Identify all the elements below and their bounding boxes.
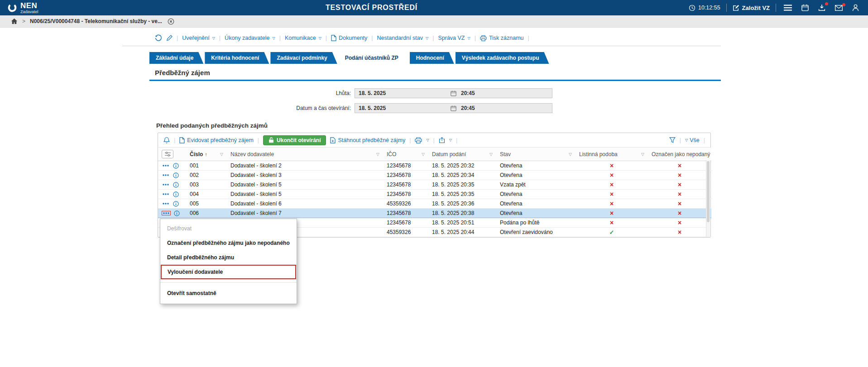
lhuta-time-value[interactable]: 20:45 xyxy=(457,90,552,96)
chevron-down-icon[interactable]: ▽ xyxy=(449,138,452,142)
tab[interactable]: Hodnocení xyxy=(410,52,454,64)
tab[interactable]: Zadávací podmínky xyxy=(270,52,337,64)
column-filter-icon[interactable]: ▽ xyxy=(220,152,223,157)
cell-listinna: × xyxy=(575,190,648,199)
column-filter-icon[interactable]: ▽ xyxy=(422,152,425,157)
tab[interactable]: Základní údaje xyxy=(149,52,203,64)
chevron-down-icon[interactable]: ▽ xyxy=(426,138,429,142)
info-icon[interactable] xyxy=(173,201,179,207)
column-filter-icon[interactable]: ▽ xyxy=(376,152,379,157)
cell-datum: 18. 5. 2025 20:38 xyxy=(428,209,496,218)
info-icon[interactable] xyxy=(173,163,179,169)
evidovat-zajem-button[interactable]: Evidovat předběžný zájem xyxy=(179,137,254,143)
cell-listinna: × xyxy=(575,199,648,209)
close-tab-icon[interactable] xyxy=(168,18,174,25)
table-row[interactable]: 003Dodavatel - školení 51234567818. 5. 2… xyxy=(158,180,711,190)
row-actions-icon[interactable] xyxy=(162,192,170,196)
action-bar-item[interactable]: Tisk záznamu xyxy=(480,35,524,41)
action-bar-item[interactable]: Nestandardní stav▽ xyxy=(377,35,429,41)
context-menu-item[interactable]: Otevřít samostatně xyxy=(160,286,297,300)
cell-stav: Otevřena xyxy=(496,209,575,218)
otevirani-time-value[interactable]: 20:45 xyxy=(457,105,552,111)
action-bar-item[interactable]: Uveřejnění▽ xyxy=(182,35,215,41)
column-filter-icon[interactable]: ▽ xyxy=(641,152,644,157)
cell-stav: Otevřena xyxy=(496,190,575,199)
column-filter-icon[interactable]: ▽ xyxy=(569,152,572,157)
action-bar-item[interactable]: Úkony zadavatele▽ xyxy=(225,35,275,41)
table-row[interactable]: 005Dodavatel - školení 64535932618. 5. 2… xyxy=(158,199,711,209)
cell-nazev: Dodavatel - školení 6 xyxy=(227,199,383,209)
history-icon[interactable] xyxy=(155,34,162,42)
tab[interactable]: Kritéria hodnocení xyxy=(205,52,269,64)
row-actions-icon[interactable] xyxy=(162,173,170,177)
breadcrumb-item[interactable]: N006/25/V00004748 - Telekomunikační služ… xyxy=(30,18,162,24)
create-vz-button[interactable]: Založit VZ xyxy=(733,5,770,11)
row-actions-icon[interactable] xyxy=(162,164,170,167)
context-menu-item[interactable]: Vyloučení dodavatele xyxy=(161,265,296,279)
downloads-icon[interactable] xyxy=(816,3,827,12)
edit-pencil-icon[interactable] xyxy=(166,35,173,41)
cross-icon: × xyxy=(610,200,614,207)
context-menu-item[interactable]: Označení předběžného zájmu jako nepodané… xyxy=(160,236,297,250)
table-row[interactable]: 002Dodavatel - školení 31234567818. 5. 2… xyxy=(158,171,711,180)
nen-logo[interactable]: NEN Zadavatel xyxy=(7,2,38,14)
scrollbar-thumb[interactable] xyxy=(707,161,710,222)
action-bar-item[interactable]: Dokumenty xyxy=(331,35,367,41)
server-time: 10:12:55 xyxy=(689,5,720,11)
info-icon[interactable] xyxy=(174,210,180,216)
column-filter-icon[interactable]: ▽ xyxy=(489,152,493,157)
col-ico[interactable]: IČO ▽ xyxy=(383,148,428,161)
menu-icon[interactable] xyxy=(782,4,794,12)
nen-logo-icon xyxy=(7,3,17,13)
table-row[interactable]: 006Dodavatel - školení 71234567818. 5. 2… xyxy=(158,209,711,218)
col-nepodany[interactable]: Označen jako nepodaný xyxy=(648,148,711,161)
lhuta-field[interactable]: 18. 5. 2025 20:45 xyxy=(355,88,552,98)
breadcrumb-separator: > xyxy=(22,18,25,24)
info-icon[interactable] xyxy=(173,191,179,197)
info-icon[interactable] xyxy=(173,182,179,188)
ukoncit-otevirani-button[interactable]: Ukončit otevírání xyxy=(263,135,326,145)
col-datum[interactable]: Datum podání ▽ xyxy=(428,148,496,161)
cell-nazev: Dodavatel - školení 5 xyxy=(227,180,383,190)
row-actions-icon[interactable] xyxy=(162,202,170,205)
table-row[interactable]: 001Dodavatel - školení 21234567818. 5. 2… xyxy=(158,161,711,171)
col-stav[interactable]: Stav ▽ xyxy=(496,148,575,161)
lhuta-date-value[interactable]: 18. 5. 2025 xyxy=(355,90,450,96)
calendar-icon[interactable] xyxy=(450,105,457,111)
show-all-dropdown[interactable]: ▽ Vše xyxy=(685,137,700,143)
table-row[interactable]: 004Dodavatel - školení 51234567818. 5. 2… xyxy=(158,190,711,199)
print-icon[interactable] xyxy=(415,137,422,143)
stahnout-zajmy-button[interactable]: Stáhnout předběžné zájmy xyxy=(330,137,405,143)
context-menu-item[interactable]: Detail předběžného zájmu xyxy=(160,250,297,265)
tab[interactable]: Výsledek zadávacího postupu xyxy=(456,52,549,64)
otevirani-date-value[interactable]: 18. 5. 2025 xyxy=(355,105,450,111)
sort-asc-icon[interactable]: ↑ xyxy=(205,152,207,157)
cell-nepodany: × xyxy=(648,161,711,171)
export-icon[interactable] xyxy=(439,137,445,143)
cross-icon: × xyxy=(678,229,681,236)
separator: | xyxy=(432,35,434,41)
tab[interactable]: Podání účastníků ZP xyxy=(339,52,408,64)
col-nazev[interactable]: Název dodavatele ▽ xyxy=(227,148,383,161)
cell-datum: 18. 5. 2025 20:32 xyxy=(428,161,496,171)
filter-icon[interactable] xyxy=(669,137,676,143)
column-settings-icon[interactable] xyxy=(162,150,173,158)
home-icon[interactable] xyxy=(11,18,18,24)
chevron-down-icon: ▽ xyxy=(319,36,321,40)
unlock-icon xyxy=(269,137,274,143)
otevirani-field[interactable]: 18. 5. 2025 20:45 xyxy=(355,103,552,113)
calendar-icon[interactable] xyxy=(450,91,457,96)
messages-icon[interactable] xyxy=(833,4,844,12)
row-actions-icon[interactable] xyxy=(162,211,171,215)
table-scrollbar[interactable] xyxy=(706,160,710,237)
action-bar-item[interactable]: Správa VZ▽ xyxy=(438,35,470,41)
row-actions-icon[interactable] xyxy=(162,183,170,186)
bell-icon[interactable] xyxy=(163,137,170,144)
action-bar-item[interactable]: Komunikace▽ xyxy=(285,35,321,41)
col-cislo[interactable]: Číslo↑ ▽ xyxy=(186,148,227,161)
calendar-icon[interactable] xyxy=(800,3,810,12)
info-icon[interactable] xyxy=(173,172,179,178)
cell-ico: 12345678 xyxy=(383,171,428,180)
profile-icon[interactable] xyxy=(850,3,861,12)
col-listinna[interactable]: Listinná podoba ▽ xyxy=(575,148,648,161)
